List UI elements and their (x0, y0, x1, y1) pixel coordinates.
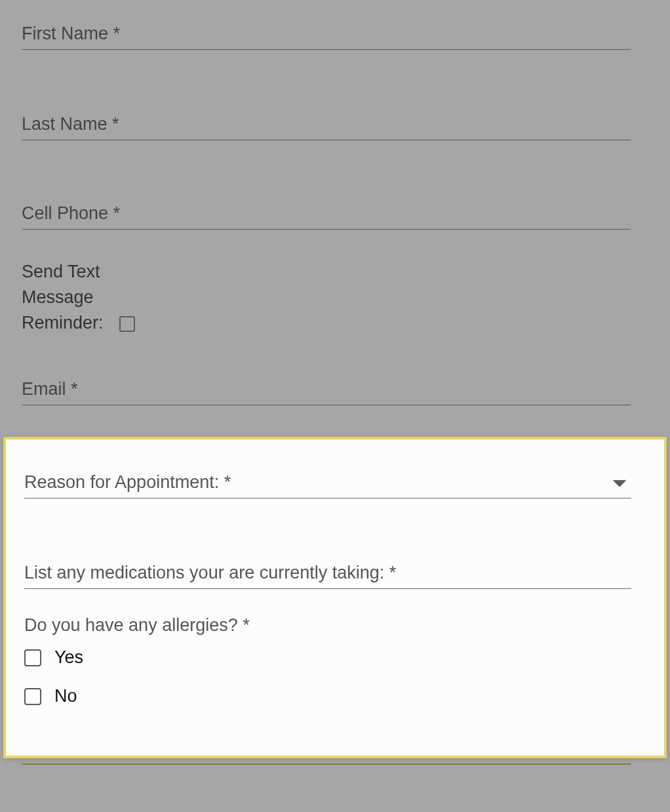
reason-select[interactable]: Reason for Appointment: * (24, 468, 631, 498)
text-reminder-label: Send Text Message Reminder: (22, 259, 104, 336)
reason-select-label: Reason for Appointment: * (24, 472, 231, 492)
appointment-form-page: Send Text Message Reminder: Reason for A… (0, 0, 670, 812)
first-name-field (22, 20, 631, 50)
medications-field (24, 559, 631, 589)
allergies-yes-checkbox[interactable] (24, 649, 41, 666)
cell-phone-input[interactable] (22, 199, 631, 230)
email-input[interactable] (22, 375, 631, 405)
allergies-no-checkbox[interactable] (24, 688, 41, 705)
allergies-question-label: Do you have any allergies? * (24, 615, 631, 636)
text-reminder-checkbox[interactable] (119, 316, 135, 332)
allergies-no-label: No (54, 686, 77, 706)
allergies-option-no: No (24, 686, 631, 706)
last-name-input[interactable] (22, 110, 631, 140)
allergies-option-yes: Yes (24, 647, 631, 668)
allergies-group: Do you have any allergies? * Yes No (24, 615, 631, 706)
first-name-input[interactable] (22, 20, 631, 50)
last-name-field (22, 110, 631, 140)
appointment-details-panel: Reason for Appointment: * Do you have an… (3, 437, 667, 758)
allergies-yes-label: Yes (54, 647, 83, 668)
medications-input[interactable] (24, 559, 631, 589)
divider (22, 763, 631, 765)
chevron-down-icon (613, 479, 626, 487)
reason-field: Reason for Appointment: * (24, 468, 631, 498)
cell-phone-field (22, 199, 631, 230)
text-reminder-field: Send Text Message Reminder: (22, 259, 631, 336)
email-field (22, 375, 631, 405)
